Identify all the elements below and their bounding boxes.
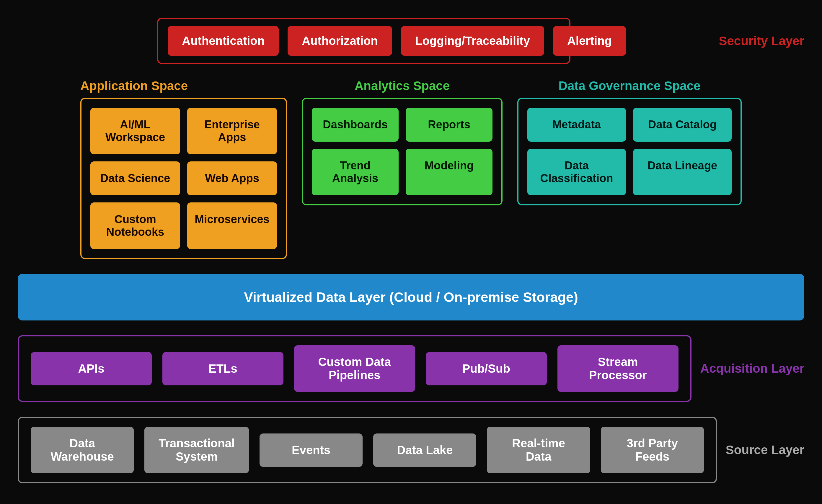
- security-item-alerting: Alerting: [553, 26, 626, 56]
- analytics-item-dashboards: Dashboards: [312, 108, 399, 142]
- application-space: Application Space AI/ML Workspace Enterp…: [80, 79, 287, 259]
- app-item-webapps: Web Apps: [187, 161, 277, 195]
- source-item-3rdparty: 3rd Party Feeds: [601, 427, 704, 473]
- analytics-item-reports: Reports: [406, 108, 492, 142]
- security-border: Authentication Authorization Logging/Tra…: [157, 18, 570, 64]
- app-item-microservices: Microservices: [187, 202, 277, 249]
- acquisition-label: Acquisition Layer: [700, 361, 804, 376]
- acquisition-item-pubsub: Pub/Sub: [426, 352, 547, 385]
- acquisition-layer: APIs ETLs Custom DataPipelines Pub/Sub S…: [18, 335, 804, 402]
- security-label: Security Layer: [719, 34, 805, 48]
- source-item-warehouse: Data Warehouse: [31, 427, 134, 473]
- application-space-border: AI/ML Workspace Enterprise Apps Data Sci…: [80, 98, 287, 259]
- application-space-label: Application Space: [80, 79, 287, 93]
- acquisition-item-pipelines: Custom DataPipelines: [294, 345, 415, 392]
- source-item-transactional: TransactionalSystem: [144, 427, 249, 473]
- acquisition-item-apis: APIs: [31, 352, 152, 385]
- source-item-events: Events: [260, 433, 363, 467]
- governance-space-label: Data Governance Space: [517, 79, 742, 93]
- app-item-enterprise: Enterprise Apps: [187, 108, 277, 154]
- analytics-space-border: Dashboards Reports Trend Analysis Modeli…: [302, 98, 502, 205]
- spaces-row: Application Space AI/ML Workspace Enterp…: [18, 79, 804, 259]
- app-item-datascience: Data Science: [90, 161, 180, 195]
- security-item-logging: Logging/Traceability: [401, 26, 544, 56]
- virtualized-data-layer: Virtualized Data Layer (Cloud / On-premi…: [18, 274, 804, 320]
- source-item-realtime: Real-time Data: [487, 427, 590, 473]
- acquisition-item-stream: Stream Processor: [557, 345, 679, 392]
- analytics-space-label: Analytics Space: [302, 79, 502, 93]
- security-item-authorization: Authorization: [288, 26, 392, 56]
- analytics-item-trend: Trend Analysis: [312, 149, 399, 195]
- governance-space-border: Metadata Data Catalog Data Classificatio…: [517, 98, 742, 205]
- source-border: Data Warehouse TransactionalSystem Event…: [18, 417, 717, 483]
- acquisition-border: APIs ETLs Custom DataPipelines Pub/Sub S…: [18, 335, 692, 402]
- security-layer: Authentication Authorization Logging/Tra…: [18, 18, 804, 64]
- governance-item-lineage: Data Lineage: [633, 149, 732, 195]
- analytics-space: Analytics Space Dashboards Reports Trend…: [302, 79, 502, 205]
- governance-item-classification: Data Classification: [527, 149, 626, 195]
- security-item-authentication: Authentication: [168, 26, 279, 56]
- source-layer: Data Warehouse TransactionalSystem Event…: [18, 417, 804, 483]
- app-item-notebooks: Custom Notebooks: [90, 202, 180, 249]
- source-item-datalake: Data Lake: [373, 433, 476, 467]
- governance-space: Data Governance Space Metadata Data Cata…: [517, 79, 742, 205]
- acquisition-item-etls: ETLs: [162, 352, 284, 385]
- analytics-item-modeling: Modeling: [406, 149, 492, 195]
- governance-item-metadata: Metadata: [527, 108, 626, 142]
- governance-item-catalog: Data Catalog: [633, 108, 732, 142]
- app-item-aiml: AI/ML Workspace: [90, 108, 180, 154]
- source-label: Source Layer: [726, 443, 804, 457]
